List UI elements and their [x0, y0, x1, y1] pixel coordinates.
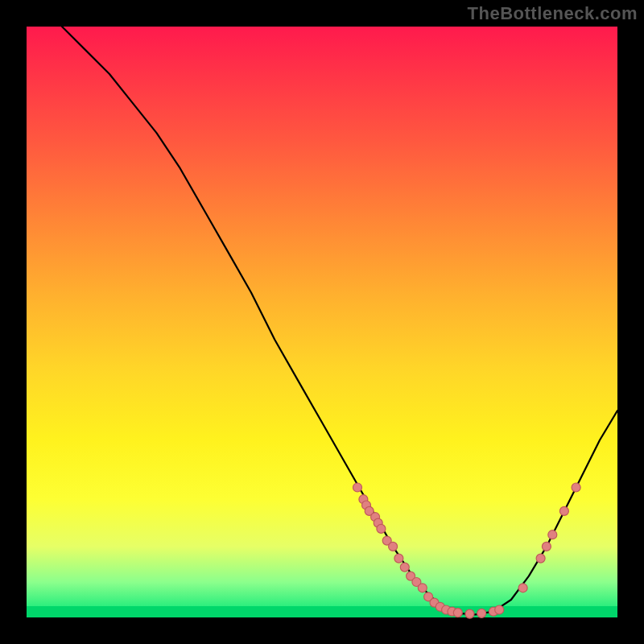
marker-dot [542, 542, 551, 551]
marker-dot [518, 584, 527, 592]
marker-dot [465, 609, 474, 618]
marker-dot [453, 609, 462, 617]
marker-dot [377, 524, 386, 533]
bottleneck-curve [62, 27, 617, 614]
marker-dot [353, 483, 362, 492]
marker-dot [572, 483, 580, 492]
marker-dot [400, 563, 409, 572]
marker-dots [353, 483, 581, 618]
marker-dot [559, 506, 568, 515]
marker-dot [548, 530, 557, 539]
marker-dot [389, 542, 398, 551]
plot-area [27, 27, 617, 617]
marker-dot [536, 554, 545, 563]
watermark-text: TheBottleneck.com [468, 3, 638, 24]
marker-dot [418, 584, 427, 592]
curve-layer [27, 27, 617, 617]
chart-frame: TheBottleneck.com [0, 0, 644, 644]
marker-dot [394, 554, 403, 563]
marker-dot [477, 609, 486, 617]
marker-dot [495, 605, 504, 614]
